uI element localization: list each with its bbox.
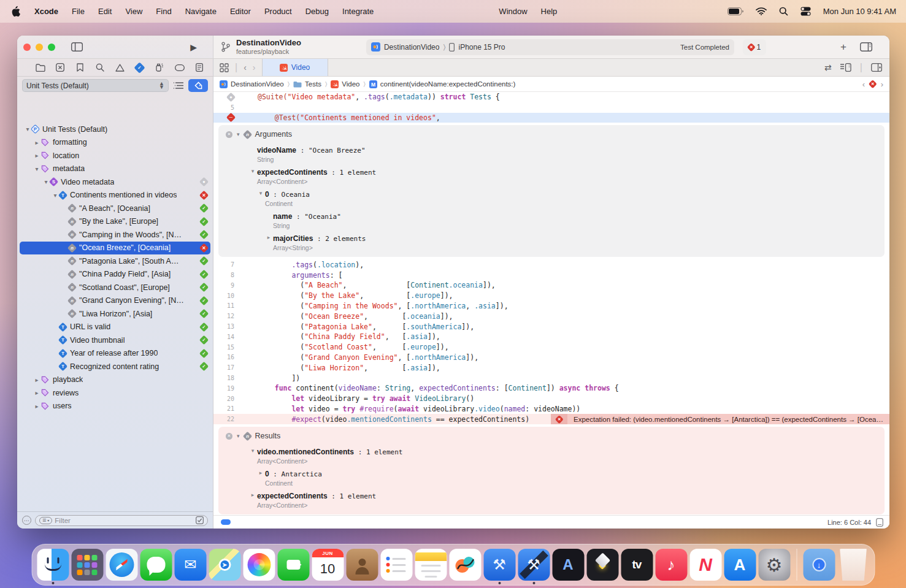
- menu-clock[interactable]: Mon Jun 10 9:41 AM: [823, 7, 896, 16]
- menu-window[interactable]: Window: [492, 0, 534, 23]
- tree-item[interactable]: T Recognized content rating ✓: [17, 360, 213, 373]
- dock-item-downloads[interactable]: ↓: [803, 545, 835, 584]
- dock-item-app-store[interactable]: A: [724, 545, 756, 584]
- dock-item-launchpad[interactable]: [71, 545, 103, 584]
- row-disclosure-icon[interactable]: ▸: [264, 234, 273, 251]
- contacts-dock-icon[interactable]: [346, 549, 378, 581]
- filter-funnel-icon[interactable]: ☰▾: [39, 517, 52, 524]
- next-issue-icon[interactable]: ›: [881, 80, 883, 89]
- tree-item[interactable]: n "Scotland Coast", [Europe] ✓: [17, 281, 213, 294]
- facetime-dock-icon[interactable]: [277, 549, 309, 581]
- tree-item[interactable]: n "Ocean Breeze", [Oceania] ✕: [17, 242, 213, 255]
- messages-dock-icon[interactable]: [140, 549, 172, 581]
- dock-item-xcode-beta[interactable]: ⚒: [518, 545, 550, 584]
- dock-item-music[interactable]: ♪: [655, 545, 687, 584]
- tree-item[interactable]: ▾ P Unit Tests (Default): [17, 123, 213, 136]
- code-line[interactable]: 11 ("Camping in the Woods", [.northAmeri…: [213, 301, 889, 311]
- code-line[interactable]: 12 ("Ocean Breeze", [.oceania]),: [213, 311, 889, 321]
- launchpad-dock-icon[interactable]: [71, 549, 103, 581]
- wifi-icon[interactable]: [756, 7, 767, 15]
- dock-item-photos[interactable]: [243, 545, 275, 584]
- library-add-button[interactable]: +: [840, 42, 846, 52]
- code-line[interactable]: 17 ("Liwa Horizon", [.asia]),: [213, 362, 889, 373]
- close-window-button[interactable]: [23, 44, 31, 51]
- adjust-editor-icon[interactable]: [876, 518, 883, 527]
- dock-item-news[interactable]: N: [689, 545, 721, 584]
- reminders-dock-icon[interactable]: [380, 549, 412, 581]
- freeform-dock-icon[interactable]: [449, 549, 481, 581]
- safari-dock-icon[interactable]: [106, 549, 137, 581]
- row-disclosure-icon[interactable]: ▸: [256, 470, 265, 487]
- show-tests-with-results-checkbox[interactable]: [196, 516, 204, 524]
- find-navigator-icon[interactable]: [93, 61, 107, 74]
- variable-row[interactable]: videoName : "Ocean Breeze" String: [218, 146, 885, 163]
- variable-row[interactable]: ▸ expectedContinents : 1 element Array<C…: [218, 492, 885, 509]
- show-tags-button[interactable]: [188, 79, 208, 92]
- menu-debug[interactable]: Debug: [299, 0, 336, 23]
- menu-integrate[interactable]: Integrate: [336, 0, 380, 23]
- tree-item[interactable]: n "By the Lake", [Europe] ✓: [17, 215, 213, 229]
- related-items-icon[interactable]: [220, 63, 229, 72]
- maps-dock-icon[interactable]: ➤: [209, 549, 240, 581]
- menu-product[interactable]: Product: [258, 0, 299, 23]
- scheme-name[interactable]: DestinationVideo: [384, 43, 440, 52]
- trash-dock-icon[interactable]: [837, 549, 869, 581]
- tree-item[interactable]: T Year of release after 1990 ✓: [17, 347, 213, 361]
- dock-item-reminders[interactable]: [380, 545, 412, 584]
- code-line[interactable]: 10 ("By the Lake", [.europe]),: [213, 291, 889, 301]
- finder-dock-icon[interactable]: [37, 549, 69, 581]
- variable-row[interactable]: ▾ video.mentionedContinents : 1 element …: [218, 448, 885, 465]
- variable-row[interactable]: ▸ majorCities : 2 elements Array<String>: [218, 234, 885, 251]
- disclosure-chevron-icon[interactable]: ▸: [33, 389, 41, 396]
- variable-row[interactable]: name : "Oceania" String: [218, 212, 885, 229]
- code-line[interactable]: 18 ]): [213, 373, 889, 383]
- minimize-window-button[interactable]: [36, 44, 43, 51]
- breadcrumb-item[interactable]: Video: [331, 80, 359, 88]
- filter-options-icon[interactable]: ⋯: [22, 516, 31, 525]
- go-back-icon[interactable]: ‹: [244, 63, 247, 72]
- spotlight-icon[interactable]: [779, 7, 788, 16]
- menu-file[interactable]: File: [65, 0, 91, 23]
- downloads-dock-icon[interactable]: ↓: [803, 549, 835, 581]
- breadcrumb-item[interactable]: M continent(videoName:expectedContinents…: [369, 80, 516, 88]
- filter-input[interactable]: ☰▾ Filter: [35, 515, 208, 526]
- code-line[interactable]: 13 ("Patagonia Lake", [.southAmerica]),: [213, 321, 889, 332]
- disclosure-chevron-icon[interactable]: ▸: [33, 152, 41, 159]
- code-line[interactable]: ◆@Suite("Video metadata", .tags(.metadat…: [213, 92, 889, 102]
- disclosure-chevron-icon[interactable]: ▸: [33, 403, 41, 410]
- tree-item[interactable]: ▸ formatting: [17, 136, 213, 150]
- swap-editor-icon[interactable]: ⇄: [824, 63, 832, 72]
- row-disclosure-icon[interactable]: ▸: [248, 492, 257, 509]
- music-dock-icon[interactable]: ♪: [655, 549, 687, 581]
- editor-options-icon[interactable]: [840, 63, 851, 72]
- line-col-indicator[interactable]: Line: 6 Col: 44: [827, 519, 871, 526]
- add-editor-icon[interactable]: [871, 63, 882, 72]
- dock-item-freeform[interactable]: [449, 545, 481, 584]
- tree-item[interactable]: ▸ reviews: [17, 386, 213, 400]
- close-panel-icon[interactable]: ✕: [226, 131, 232, 138]
- panel-disclosure-icon[interactable]: ▾: [237, 131, 240, 137]
- tree-item[interactable]: ▾ T Continents mentioned in videos ✕: [17, 189, 213, 202]
- issue-badge[interactable]: ✕ 1: [743, 39, 766, 55]
- code-line[interactable]: 14 ("China Paddy Field", [.asia]),: [213, 332, 889, 342]
- dock-item-safari[interactable]: [106, 545, 137, 584]
- code-line[interactable]: 15 ("Scotland Coast", [.europe]),: [213, 342, 889, 353]
- mail-dock-icon[interactable]: ✉: [174, 549, 206, 581]
- tree-item[interactable]: n "A Beach", [Oceania] ✓: [17, 202, 213, 215]
- tree-item[interactable]: ▾ metadata: [17, 162, 213, 176]
- tree-item[interactable]: n "Camping in the Woods", [N… ✓: [17, 228, 213, 242]
- menu-editor[interactable]: Editor: [223, 0, 258, 23]
- close-panel-icon[interactable]: ✕: [226, 433, 232, 440]
- menu-xcode[interactable]: Xcode: [28, 0, 65, 23]
- breakpoints-navigator-icon[interactable]: [172, 61, 187, 74]
- tree-item[interactable]: ▸ location: [17, 149, 213, 162]
- app-store-dock-icon[interactable]: A: [724, 549, 756, 581]
- dock-item-messages[interactable]: [140, 545, 172, 584]
- breadcrumb-item[interactable]: DestinationVideo: [220, 80, 284, 88]
- code-line[interactable]: 19 func continent(videoName: String, exp…: [213, 383, 889, 394]
- dock-item-settings[interactable]: ⚙: [758, 545, 790, 584]
- tests-navigator-icon[interactable]: ✓: [132, 61, 147, 74]
- code-line[interactable]: 8 arguments: [: [213, 270, 889, 280]
- dock-item-facetime[interactable]: [277, 545, 309, 584]
- row-disclosure-icon[interactable]: ▾: [248, 168, 257, 185]
